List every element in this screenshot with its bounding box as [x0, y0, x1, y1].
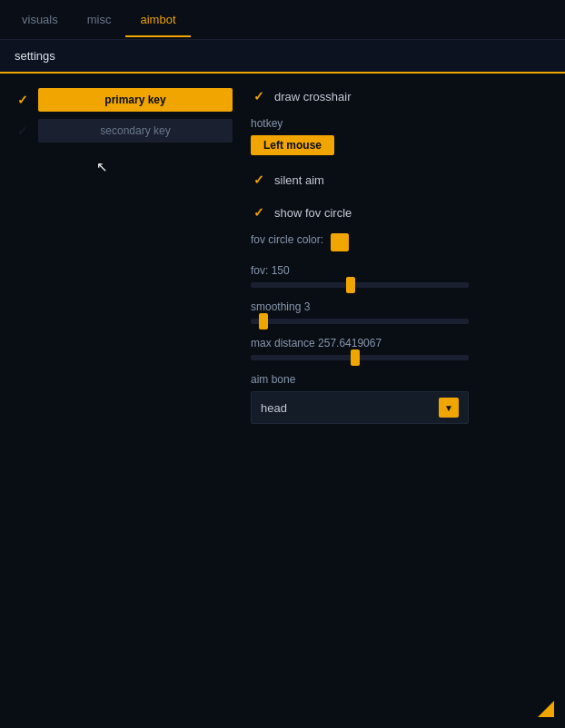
show-fov-circle-checkbox[interactable]: ✓ — [251, 204, 267, 221]
primary-key-checkbox[interactable]: ✓ — [15, 92, 31, 108]
dropdown-arrow-icon: ▼ — [439, 398, 459, 418]
max-distance-track[interactable] — [251, 355, 469, 360]
secondary-key-checkmark: ✓ — [17, 123, 28, 138]
fov-slider-container: fov: 150 — [251, 264, 550, 288]
primary-key-checkmark: ✓ — [17, 93, 28, 107]
show-fov-circle-row: ✓ show fov circle — [251, 204, 550, 221]
settings-label: settings — [15, 49, 55, 63]
hotkey-label: hotkey — [251, 117, 550, 130]
smoothing-thumb[interactable] — [259, 313, 268, 330]
left-panel: ✓ primary key ✓ secondary key ↖ — [15, 88, 233, 711]
tab-visuals[interactable]: visuals — [7, 2, 73, 37]
tab-aimbot[interactable]: aimbot — [125, 2, 190, 37]
hotkey-button[interactable]: Left mouse — [251, 135, 334, 155]
secondary-key-row: ✓ secondary key — [15, 119, 233, 143]
corner-decoration — [538, 701, 554, 717]
settings-bar: settings — [0, 40, 565, 74]
aim-bone-section: aim bone head ▼ — [251, 373, 550, 424]
fov-circle-color-row: fov circle color: — [251, 233, 550, 251]
hotkey-section: hotkey Left mouse — [251, 117, 550, 155]
silent-aim-checkmark: ✓ — [253, 172, 264, 187]
draw-crosshair-label: draw crosshair — [274, 90, 352, 103]
silent-aim-label: silent aim — [274, 173, 324, 187]
primary-key-row: ✓ primary key — [15, 88, 233, 112]
smoothing-label: smoothing 3 — [251, 300, 550, 313]
draw-crosshair-checkmark: ✓ — [253, 89, 264, 103]
fov-label: fov: 150 — [251, 264, 550, 277]
main-content: ✓ primary key ✓ secondary key ↖ ✓ draw c… — [0, 74, 565, 725]
draw-crosshair-row: ✓ draw crosshair — [251, 88, 550, 104]
fov-circle-color-swatch[interactable] — [331, 233, 349, 251]
max-distance-slider-container: max distance 257.6419067 — [251, 337, 550, 360]
max-distance-label: max distance 257.6419067 — [251, 337, 550, 349]
aim-bone-label: aim bone — [251, 373, 550, 386]
secondary-key-checkbox[interactable]: ✓ — [15, 123, 31, 139]
silent-aim-row: ✓ silent aim — [251, 172, 550, 188]
smoothing-slider-container: smoothing 3 — [251, 300, 550, 324]
fov-track[interactable] — [251, 282, 469, 288]
fov-thumb[interactable] — [346, 277, 355, 293]
show-fov-circle-checkmark: ✓ — [253, 205, 264, 220]
aim-bone-dropdown[interactable]: head ▼ — [251, 391, 469, 424]
show-fov-circle-label: show fov circle — [274, 206, 352, 220]
secondary-key-button[interactable]: secondary key — [38, 119, 233, 143]
top-nav: visuals misc aimbot — [0, 0, 565, 40]
fov-circle-color-label: fov circle color: — [251, 233, 323, 246]
draw-crosshair-checkbox[interactable]: ✓ — [251, 88, 267, 104]
right-panel: ✓ draw crosshair hotkey Left mouse ✓ sil… — [251, 88, 550, 711]
smoothing-track[interactable] — [251, 319, 469, 324]
primary-key-button[interactable]: primary key — [38, 88, 233, 112]
silent-aim-checkbox[interactable]: ✓ — [251, 172, 267, 188]
tab-misc[interactable]: misc — [73, 2, 126, 37]
max-distance-thumb[interactable] — [351, 349, 360, 366]
aim-bone-value: head — [261, 401, 287, 415]
